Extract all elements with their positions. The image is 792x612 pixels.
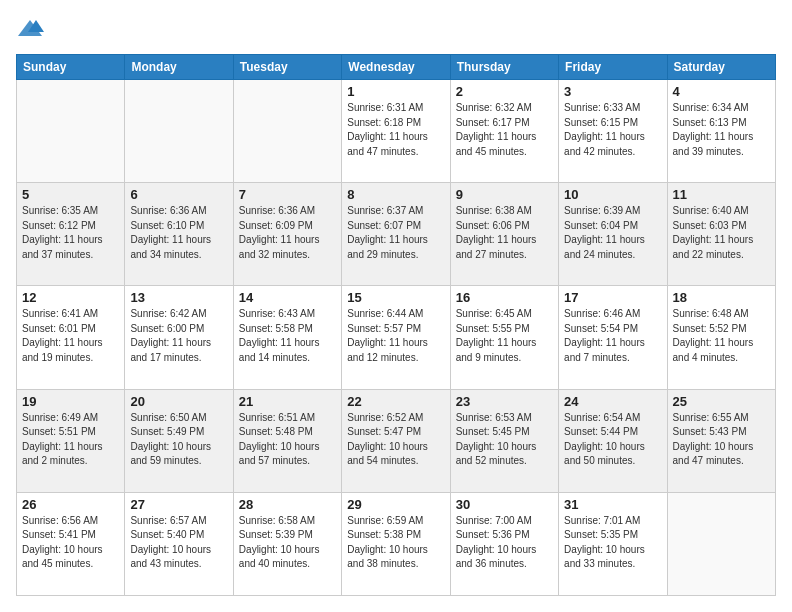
calendar-cell: 14Sunrise: 6:43 AMSunset: 5:58 PMDayligh…: [233, 286, 341, 389]
calendar-cell: 23Sunrise: 6:53 AMSunset: 5:45 PMDayligh…: [450, 389, 558, 492]
day-number: 14: [239, 290, 336, 305]
calendar-cell: 9Sunrise: 6:38 AMSunset: 6:06 PMDaylight…: [450, 183, 558, 286]
day-number: 22: [347, 394, 444, 409]
day-info: Sunrise: 6:34 AMSunset: 6:13 PMDaylight:…: [673, 101, 770, 159]
day-info: Sunrise: 7:01 AMSunset: 5:35 PMDaylight:…: [564, 514, 661, 572]
day-number: 7: [239, 187, 336, 202]
day-info: Sunrise: 6:43 AMSunset: 5:58 PMDaylight:…: [239, 307, 336, 365]
calendar-cell: 22Sunrise: 6:52 AMSunset: 5:47 PMDayligh…: [342, 389, 450, 492]
calendar-cell: 27Sunrise: 6:57 AMSunset: 5:40 PMDayligh…: [125, 492, 233, 595]
calendar-cell: 4Sunrise: 6:34 AMSunset: 6:13 PMDaylight…: [667, 80, 775, 183]
day-number: 9: [456, 187, 553, 202]
calendar-cell: 11Sunrise: 6:40 AMSunset: 6:03 PMDayligh…: [667, 183, 775, 286]
day-number: 25: [673, 394, 770, 409]
weekday-header-sunday: Sunday: [17, 55, 125, 80]
day-number: 26: [22, 497, 119, 512]
day-info: Sunrise: 6:58 AMSunset: 5:39 PMDaylight:…: [239, 514, 336, 572]
day-number: 29: [347, 497, 444, 512]
calendar-week-row: 19Sunrise: 6:49 AMSunset: 5:51 PMDayligh…: [17, 389, 776, 492]
day-info: Sunrise: 6:48 AMSunset: 5:52 PMDaylight:…: [673, 307, 770, 365]
day-number: 28: [239, 497, 336, 512]
day-number: 12: [22, 290, 119, 305]
weekday-header-row: SundayMondayTuesdayWednesdayThursdayFrid…: [17, 55, 776, 80]
day-info: Sunrise: 6:54 AMSunset: 5:44 PMDaylight:…: [564, 411, 661, 469]
calendar-cell: [17, 80, 125, 183]
calendar-cell: 30Sunrise: 7:00 AMSunset: 5:36 PMDayligh…: [450, 492, 558, 595]
calendar-cell: 15Sunrise: 6:44 AMSunset: 5:57 PMDayligh…: [342, 286, 450, 389]
day-info: Sunrise: 6:42 AMSunset: 6:00 PMDaylight:…: [130, 307, 227, 365]
day-info: Sunrise: 6:53 AMSunset: 5:45 PMDaylight:…: [456, 411, 553, 469]
day-info: Sunrise: 6:36 AMSunset: 6:09 PMDaylight:…: [239, 204, 336, 262]
weekday-header-monday: Monday: [125, 55, 233, 80]
calendar-cell: 28Sunrise: 6:58 AMSunset: 5:39 PMDayligh…: [233, 492, 341, 595]
calendar-week-row: 12Sunrise: 6:41 AMSunset: 6:01 PMDayligh…: [17, 286, 776, 389]
calendar-cell: 1Sunrise: 6:31 AMSunset: 6:18 PMDaylight…: [342, 80, 450, 183]
day-info: Sunrise: 6:56 AMSunset: 5:41 PMDaylight:…: [22, 514, 119, 572]
calendar-cell: 21Sunrise: 6:51 AMSunset: 5:48 PMDayligh…: [233, 389, 341, 492]
calendar-cell: 10Sunrise: 6:39 AMSunset: 6:04 PMDayligh…: [559, 183, 667, 286]
calendar-week-row: 5Sunrise: 6:35 AMSunset: 6:12 PMDaylight…: [17, 183, 776, 286]
day-number: 10: [564, 187, 661, 202]
calendar-cell: 20Sunrise: 6:50 AMSunset: 5:49 PMDayligh…: [125, 389, 233, 492]
calendar-week-row: 26Sunrise: 6:56 AMSunset: 5:41 PMDayligh…: [17, 492, 776, 595]
weekday-header-tuesday: Tuesday: [233, 55, 341, 80]
weekday-header-thursday: Thursday: [450, 55, 558, 80]
calendar-cell: 2Sunrise: 6:32 AMSunset: 6:17 PMDaylight…: [450, 80, 558, 183]
day-number: 3: [564, 84, 661, 99]
calendar-cell: 12Sunrise: 6:41 AMSunset: 6:01 PMDayligh…: [17, 286, 125, 389]
day-info: Sunrise: 6:38 AMSunset: 6:06 PMDaylight:…: [456, 204, 553, 262]
day-info: Sunrise: 6:52 AMSunset: 5:47 PMDaylight:…: [347, 411, 444, 469]
day-info: Sunrise: 6:55 AMSunset: 5:43 PMDaylight:…: [673, 411, 770, 469]
calendar-cell: 24Sunrise: 6:54 AMSunset: 5:44 PMDayligh…: [559, 389, 667, 492]
day-number: 13: [130, 290, 227, 305]
day-info: Sunrise: 6:50 AMSunset: 5:49 PMDaylight:…: [130, 411, 227, 469]
day-number: 21: [239, 394, 336, 409]
calendar-cell: 17Sunrise: 6:46 AMSunset: 5:54 PMDayligh…: [559, 286, 667, 389]
calendar-cell: 25Sunrise: 6:55 AMSunset: 5:43 PMDayligh…: [667, 389, 775, 492]
weekday-header-saturday: Saturday: [667, 55, 775, 80]
page: SundayMondayTuesdayWednesdayThursdayFrid…: [0, 0, 792, 612]
logo-icon: [16, 16, 44, 44]
calendar-cell: 18Sunrise: 6:48 AMSunset: 5:52 PMDayligh…: [667, 286, 775, 389]
day-number: 17: [564, 290, 661, 305]
calendar-cell: 8Sunrise: 6:37 AMSunset: 6:07 PMDaylight…: [342, 183, 450, 286]
day-info: Sunrise: 6:51 AMSunset: 5:48 PMDaylight:…: [239, 411, 336, 469]
day-info: Sunrise: 6:33 AMSunset: 6:15 PMDaylight:…: [564, 101, 661, 159]
day-info: Sunrise: 6:31 AMSunset: 6:18 PMDaylight:…: [347, 101, 444, 159]
day-info: Sunrise: 6:49 AMSunset: 5:51 PMDaylight:…: [22, 411, 119, 469]
day-info: Sunrise: 6:36 AMSunset: 6:10 PMDaylight:…: [130, 204, 227, 262]
day-info: Sunrise: 6:59 AMSunset: 5:38 PMDaylight:…: [347, 514, 444, 572]
calendar-cell: [667, 492, 775, 595]
calendar-cell: [125, 80, 233, 183]
calendar-cell: 3Sunrise: 6:33 AMSunset: 6:15 PMDaylight…: [559, 80, 667, 183]
calendar-cell: 5Sunrise: 6:35 AMSunset: 6:12 PMDaylight…: [17, 183, 125, 286]
day-info: Sunrise: 6:39 AMSunset: 6:04 PMDaylight:…: [564, 204, 661, 262]
calendar-cell: 19Sunrise: 6:49 AMSunset: 5:51 PMDayligh…: [17, 389, 125, 492]
day-number: 1: [347, 84, 444, 99]
day-info: Sunrise: 6:44 AMSunset: 5:57 PMDaylight:…: [347, 307, 444, 365]
calendar-cell: 7Sunrise: 6:36 AMSunset: 6:09 PMDaylight…: [233, 183, 341, 286]
day-number: 11: [673, 187, 770, 202]
day-info: Sunrise: 6:32 AMSunset: 6:17 PMDaylight:…: [456, 101, 553, 159]
day-info: Sunrise: 6:40 AMSunset: 6:03 PMDaylight:…: [673, 204, 770, 262]
calendar-cell: 16Sunrise: 6:45 AMSunset: 5:55 PMDayligh…: [450, 286, 558, 389]
day-info: Sunrise: 6:45 AMSunset: 5:55 PMDaylight:…: [456, 307, 553, 365]
day-info: Sunrise: 6:37 AMSunset: 6:07 PMDaylight:…: [347, 204, 444, 262]
day-info: Sunrise: 6:46 AMSunset: 5:54 PMDaylight:…: [564, 307, 661, 365]
day-info: Sunrise: 6:57 AMSunset: 5:40 PMDaylight:…: [130, 514, 227, 572]
day-number: 2: [456, 84, 553, 99]
calendar-cell: 6Sunrise: 6:36 AMSunset: 6:10 PMDaylight…: [125, 183, 233, 286]
day-number: 5: [22, 187, 119, 202]
calendar-cell: 29Sunrise: 6:59 AMSunset: 5:38 PMDayligh…: [342, 492, 450, 595]
day-number: 20: [130, 394, 227, 409]
day-info: Sunrise: 6:41 AMSunset: 6:01 PMDaylight:…: [22, 307, 119, 365]
day-number: 27: [130, 497, 227, 512]
weekday-header-wednesday: Wednesday: [342, 55, 450, 80]
logo: [16, 16, 48, 44]
day-number: 18: [673, 290, 770, 305]
day-number: 24: [564, 394, 661, 409]
calendar-table: SundayMondayTuesdayWednesdayThursdayFrid…: [16, 54, 776, 596]
day-number: 15: [347, 290, 444, 305]
header: [16, 16, 776, 44]
day-number: 19: [22, 394, 119, 409]
